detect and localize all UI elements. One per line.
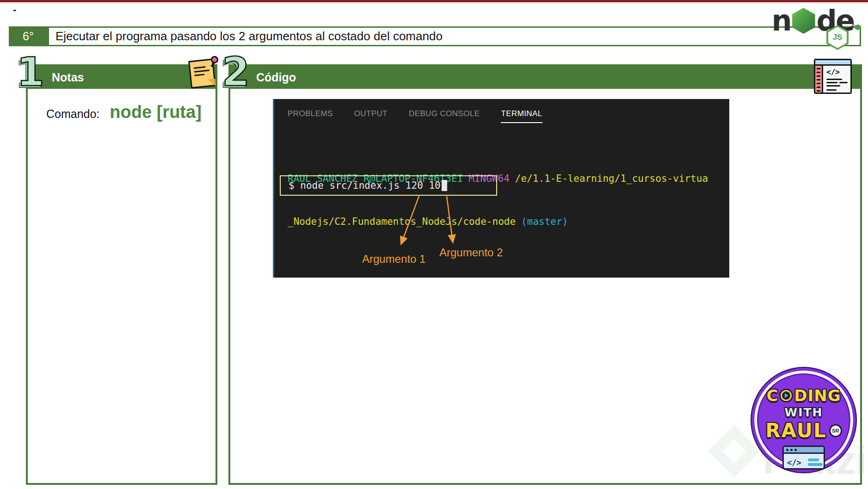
logo-with-line: WITH [785,406,823,419]
pin-icon [211,56,218,63]
prompt-path-1: /e/1.1-E-learning/1_cursos-virtua [515,173,708,184]
logo-coding-suffix: DING [794,386,841,405]
browser-titlebar [784,447,824,454]
command-value: node [ruta] [110,102,201,122]
browser-code-glyph: </> [787,458,801,467]
notas-header-bar: Notas [28,66,215,89]
codigo-title: Código [256,71,296,84]
codigo-header-bar: Código </> [230,66,860,89]
browser-code-icon: </> [782,446,825,470]
sticky-note-icon [189,56,219,90]
vscode-terminal-panel: PROBLEMS OUTPUT DEBUG CONSOLE TERMINAL R… [273,99,729,278]
logo-raul-line: RAUL [765,419,826,442]
slide: - 6° Ejecutar el programa pasando los 2 … [0,0,868,489]
terminal-tab-bar: PROBLEMS OUTPUT DEBUG CONSOLE TERMINAL [288,109,542,123]
highlighted-command-box[interactable]: $ node src/index.js 120 10 [280,175,497,196]
prompt-line-2: _Nodejs/C2.Fundamentos_NodeJs/code-node(… [288,215,708,229]
lightbulb-play-icon [779,389,793,402]
tab-terminal[interactable]: TERMINAL [501,109,542,123]
coding-with-raul-logo: C DING WITH RAUL SR </> [751,368,856,472]
command-note: Comando: node [ruta] [46,102,202,122]
argumento-2-label: Argumento 2 [439,246,503,259]
tab-problems[interactable]: PROBLEMS [288,109,333,123]
sticky-note-body [188,58,216,88]
step-title: Ejecutar el programa pasando los 2 argum… [48,26,861,46]
notas-panel: Notas Comando: node [ruta] [26,64,217,485]
nodejs-green-dot-icon [855,25,861,31]
tab-output[interactable]: OUTPUT [354,109,388,123]
terminal-cursor [442,180,447,191]
prompt-branch: (master) [521,216,568,227]
code-window-icon: </> [814,59,852,94]
code-glyph: </> [826,68,840,76]
tab-debug-console[interactable]: DEBUG CONSOLE [409,109,480,123]
logo-coding-prefix: C [766,386,778,405]
nodejs-js-emblem: JS ® [826,25,849,50]
top-maroon-strip [0,0,868,2]
section-number-1: 1 [17,52,44,92]
registered-mark: ® [851,23,855,29]
notas-title: Notas [52,71,84,84]
terminal-command[interactable]: $ node src/index.js 120 10 [289,180,441,191]
nodejs-hexagon-icon [792,8,815,34]
prompt-path-2: _Nodejs/C2.Fundamentos_NodeJs/code-node [288,216,516,227]
step-number-badge: 6° [9,26,48,46]
argumento-1-label: Argumento 1 [362,253,425,266]
command-label: Comando: [46,107,99,121]
terminal-output: RAUL SANCHEZ R@LAPTOP-NF46I3EIMINGW64/e/… [288,143,708,258]
step-header: 6° Ejecutar el programa pasando los 2 ar… [9,26,861,46]
logo-coding-line: C DING [766,386,841,405]
sr-badge: SR [829,424,842,437]
nodejs-letter-n: n [771,4,790,38]
top-dash-text: - [13,4,16,16]
section-number-2: 2 [222,52,250,92]
